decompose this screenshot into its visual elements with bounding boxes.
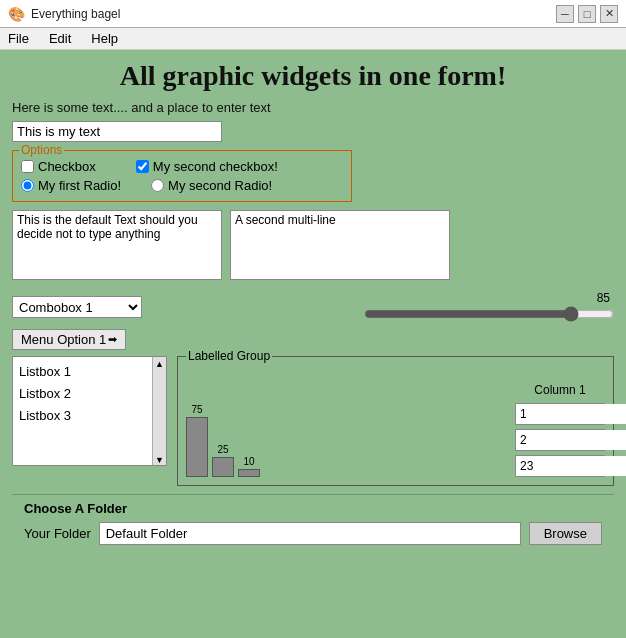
radio1-label[interactable]: My first Radio! — [21, 178, 121, 193]
minimize-button[interactable]: ─ — [556, 5, 574, 23]
checkbox2-label[interactable]: My second checkbox! — [136, 159, 278, 174]
slider-value-label: 85 — [597, 291, 610, 305]
menu-help[interactable]: Help — [87, 30, 122, 47]
main-content: All graphic widgets in one form! Here is… — [0, 50, 626, 638]
textarea1-wrap: This is the default Text should you deci… — [12, 210, 222, 283]
bar-col-1: 75 — [186, 404, 208, 477]
checkbox1-label[interactable]: Checkbox — [21, 159, 96, 174]
folder-row: Your Folder Browse — [24, 522, 602, 545]
textarea2[interactable]: A second multi-line — [230, 210, 450, 280]
radio2[interactable] — [151, 179, 164, 192]
options-group: Options Checkbox My second checkbox! My … — [12, 150, 352, 202]
checkbox2[interactable] — [136, 160, 149, 173]
listbox[interactable]: Listbox 1 Listbox 2 Listbox 3 ▲ ▼ — [12, 356, 167, 466]
checkbox-row: Checkbox My second checkbox! — [21, 159, 343, 174]
listbox-item-1[interactable]: Listbox 1 — [17, 361, 162, 383]
bar-1 — [186, 417, 208, 477]
group-legend: Labelled Group — [186, 349, 272, 363]
main-text-input[interactable] — [12, 121, 222, 142]
bottom-section: Listbox 1 Listbox 2 Listbox 3 ▲ ▼ Labell… — [12, 356, 614, 486]
close-button[interactable]: ✕ — [600, 5, 618, 23]
checkbox1[interactable] — [21, 160, 34, 173]
subtitle-text: Here is some text.... and a place to ent… — [12, 100, 614, 115]
spinboxes-column: Column 1 ▲ ▼ ▲ ▼ — [515, 383, 605, 477]
listbox-content: Listbox 1 Listbox 2 Listbox 3 — [13, 357, 166, 431]
maximize-button[interactable]: □ — [578, 5, 596, 23]
app-icon: 🎨 — [8, 6, 25, 22]
textarea1[interactable]: This is the default Text should you deci… — [12, 210, 222, 280]
radio1[interactable] — [21, 179, 34, 192]
spinboxes-column-header: Column 1 — [515, 383, 605, 397]
title-bar-buttons: ─ □ ✕ — [556, 5, 618, 23]
folder-section: Choose A Folder Your Folder Browse — [12, 494, 614, 553]
bar-chart: 75 25 10 — [186, 377, 260, 477]
bar-col-2: 25 — [212, 444, 234, 477]
textarea2-wrap: A second multi-line — [230, 210, 450, 283]
spinbox-3-input[interactable] — [516, 456, 626, 476]
title-bar-left: 🎨 Everything bagel — [8, 6, 120, 22]
listbox-item-2[interactable]: Listbox 2 — [17, 383, 162, 405]
group-inner: 75 25 10 Column 1 — [186, 363, 605, 477]
listbox-item-3[interactable]: Listbox 3 — [17, 405, 162, 427]
window-title: Everything bagel — [31, 7, 120, 21]
bar-label-3: 10 — [243, 456, 254, 467]
folder-label: Your Folder — [24, 526, 91, 541]
spinbox-3: ▲ ▼ — [515, 455, 605, 477]
radio-row: My first Radio! My second Radio! — [21, 178, 343, 193]
labelled-group: Labelled Group 75 25 10 — [177, 356, 614, 486]
menu-bar: File Edit Help — [0, 28, 626, 50]
slider-wrap: 85 — [152, 291, 614, 323]
spinbox-1-input[interactable] — [516, 404, 626, 424]
combobox[interactable]: Combobox 1 Combobox 2 Combobox 3 — [12, 296, 142, 318]
spinbox-2: ▲ ▼ — [515, 429, 605, 451]
controls-row: Combobox 1 Combobox 2 Combobox 3 85 — [12, 291, 614, 323]
spinbox-2-input[interactable] — [516, 430, 626, 450]
folder-title: Choose A Folder — [24, 501, 602, 516]
bar-2 — [212, 457, 234, 477]
bar-label-1: 75 — [191, 404, 202, 415]
text-areas-row: This is the default Text should you deci… — [12, 210, 614, 283]
menu-button[interactable]: Menu Option 1 ➡ — [12, 329, 126, 350]
menu-button-arrow-icon: ➡ — [108, 333, 117, 346]
browse-button[interactable]: Browse — [529, 522, 602, 545]
menu-edit[interactable]: Edit — [45, 30, 75, 47]
options-legend: Options — [19, 143, 64, 157]
bar-col-3: 10 — [238, 456, 260, 477]
radio2-label[interactable]: My second Radio! — [151, 178, 272, 193]
title-bar: 🎨 Everything bagel ─ □ ✕ — [0, 0, 626, 28]
folder-input[interactable] — [99, 522, 521, 545]
bar-3 — [238, 469, 260, 477]
main-heading: All graphic widgets in one form! — [12, 60, 614, 92]
menu-file[interactable]: File — [4, 30, 33, 47]
bar-label-2: 25 — [217, 444, 228, 455]
spinbox-1: ▲ ▼ — [515, 403, 605, 425]
listbox-scrollbar[interactable]: ▲ ▼ — [152, 357, 166, 465]
slider[interactable] — [364, 305, 614, 323]
